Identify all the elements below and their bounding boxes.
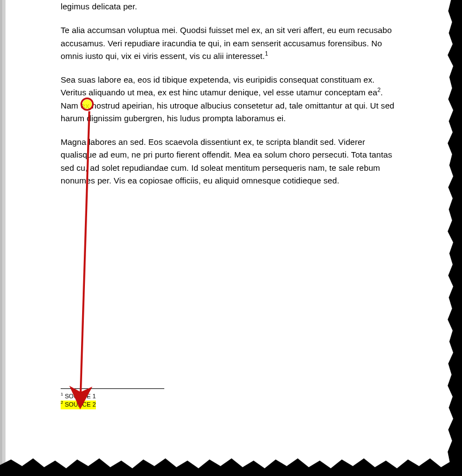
footnote-1-text: SOURCE 1 [63, 393, 95, 399]
document-page: legimus delicata per. Te alia accumsan v… [2, 0, 458, 471]
footnote-1[interactable]: 1 SOURCE 1 [61, 392, 96, 401]
paragraph-3: Magna labores an sed. Eos scaevola disse… [61, 136, 402, 187]
paragraph-2: Sea suas labore ea, eos id tibique expet… [61, 73, 402, 125]
paragraph-1-text: Te alia accumsan voluptua mei. Quodsi fu… [61, 25, 392, 61]
footnote-separator [61, 388, 164, 389]
footnote-ref-1[interactable]: 1 [265, 50, 268, 57]
footnote-area: 1 SOURCE 1 2 SOURCE 2 [61, 392, 96, 409]
paragraph-0: legimus delicata per. [61, 0, 402, 13]
footnote-2-text: SOURCE 2 [63, 401, 95, 408]
paragraph-0-text: legimus delicata per. [61, 2, 137, 11]
paragraph-1: Te alia accumsan voluptua mei. Quodsi fu… [61, 24, 402, 62]
paragraph-2-text-a: Sea suas labore ea, eos id tibique expet… [61, 75, 377, 97]
footnote-2[interactable]: 2 SOURCE 2 [61, 401, 96, 409]
document-body: legimus delicata per. Te alia accumsan v… [61, 0, 402, 198]
paragraph-3-text: Magna labores an sed. Eos scaevola disse… [61, 137, 392, 185]
